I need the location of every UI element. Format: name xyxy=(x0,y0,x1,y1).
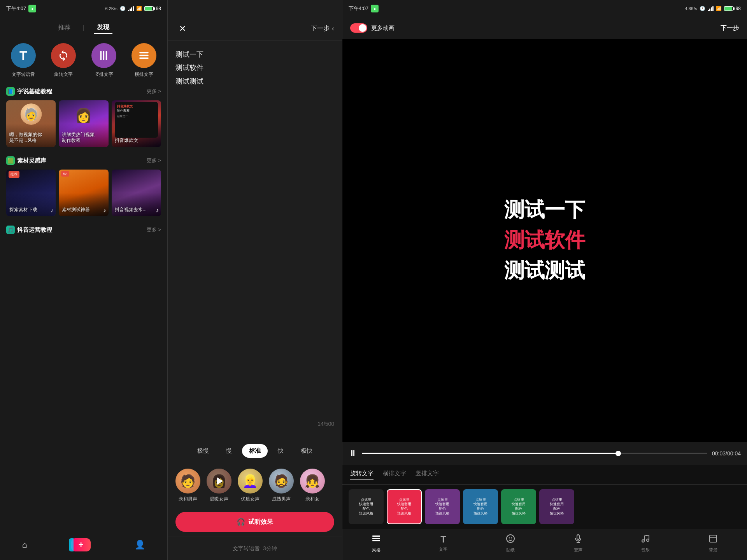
voice-name-2: 温暖女声 xyxy=(210,496,228,502)
svg-point-15 xyxy=(647,539,649,541)
section3-header: 🎵 抖音运营教程 更多 > xyxy=(6,226,161,234)
time-left: 下午4:07 xyxy=(6,5,26,12)
tab-discover[interactable]: 发现 xyxy=(94,22,112,34)
preset-card-2[interactable]: 点这里快速套用配色预设风格 xyxy=(387,489,422,524)
feature-horizontal[interactable]: 横排文字 xyxy=(127,43,161,78)
text-editor-area[interactable]: 测试一下 测试软件 测试测试 14/500 xyxy=(168,40,342,438)
voice-item-3[interactable]: 👱‍♀️ 优质女声 xyxy=(238,469,263,502)
tutorial-card-2-label: 讲解类热门视频制作教程 xyxy=(62,132,95,144)
preset-card-4[interactable]: 点这里快速套用配色预设风格 xyxy=(463,489,498,524)
preview-button[interactable]: 🎧 试听效果 xyxy=(175,512,334,532)
style-tab-rotate[interactable]: 旋转文字 xyxy=(350,470,374,480)
avatar-anime: 👩 xyxy=(72,102,95,129)
voice-change-icon xyxy=(573,534,583,546)
feature-label-rotate: 旋转文字 xyxy=(54,71,73,78)
preset-card-5[interactable]: 点这里快速套用配色预设风格 xyxy=(501,489,536,524)
speed-normal[interactable]: 标准 xyxy=(242,444,268,458)
feature-speech[interactable]: T 文字转语音 xyxy=(6,43,40,78)
voice-avatar-4: 🧔 xyxy=(269,469,294,494)
feature-grid: T 文字转语音 旋转文字 xyxy=(6,43,161,78)
svg-rect-0 xyxy=(100,51,102,60)
preset-card-1[interactable]: 点这里快速套用配色预设风格 xyxy=(349,489,384,524)
status-left: 下午4:07 ● xyxy=(6,5,36,12)
toolbar-sticker[interactable]: 贴纸 xyxy=(506,534,515,553)
voice-item-4[interactable]: 🧔 成熟男声 xyxy=(269,469,294,502)
feature-icon-rotate xyxy=(51,43,76,68)
voice-item-5[interactable]: 👧 亲和女 xyxy=(300,469,325,502)
voice-avatar-5: 👧 xyxy=(300,469,325,494)
nav-tabs: 推荐 | 发现 xyxy=(0,17,167,37)
speed-very-slow[interactable]: 极慢 xyxy=(190,444,216,458)
wifi-icon: 📶 xyxy=(136,6,142,11)
svg-rect-8 xyxy=(372,540,380,541)
right-header: 更多动画 下一步 xyxy=(342,17,747,39)
speed-very-fast[interactable]: 极快 xyxy=(294,444,319,458)
toolbar-voice[interactable]: 变声 xyxy=(573,534,583,553)
tutorial-card-2[interactable]: 👩 讲解类热门视频制作教程 xyxy=(59,100,108,147)
right-next-button[interactable]: 下一步 xyxy=(721,24,739,32)
tutorial-card-3[interactable]: 抖音爆款文 制作教程 起床是什... 抖音爆款文 xyxy=(112,100,161,147)
voice-item-2[interactable]: 👩 温暖女声 xyxy=(207,469,231,502)
voice-name-3: 优质女声 xyxy=(241,496,260,502)
voice-name-1: 亲和男声 xyxy=(179,496,197,502)
preset-card-6[interactable]: 点这里快速套用配色预设风格 xyxy=(539,489,574,524)
nav-plus-button[interactable]: + xyxy=(71,538,91,551)
preview-label: 试听效果 xyxy=(248,518,273,526)
preset-text-2: 点这里快速套用配色预设风格 xyxy=(397,498,411,516)
nav-user[interactable]: 👤 xyxy=(135,540,145,550)
timeline-progress xyxy=(362,453,621,454)
section1-header: 📘 字说基础教程 更多 > xyxy=(6,87,161,96)
feature-icon-vertical xyxy=(91,43,116,68)
time-right: 下午4:07 xyxy=(349,5,368,12)
battery-icon xyxy=(144,6,154,11)
svg-rect-4 xyxy=(140,55,149,56)
section2-more[interactable]: 更多 > xyxy=(147,157,161,164)
battery-pct-left: 98 xyxy=(156,6,161,11)
toolbar-text[interactable]: T 文字 xyxy=(439,534,447,552)
svg-rect-6 xyxy=(372,536,380,537)
section3-more[interactable]: 更多 > xyxy=(147,226,161,233)
next-label: 下一步 xyxy=(311,24,330,33)
right-next-label: 下一步 xyxy=(721,24,739,32)
status-right-right: 4.8K/s 🕐 📶 98 xyxy=(685,6,741,11)
voice-item-1[interactable]: 🧑 亲和男声 xyxy=(175,469,200,502)
material-card-3-label: 抖音视频去水... xyxy=(115,207,147,213)
style-tab-vertical[interactable]: 竖排文字 xyxy=(416,470,439,480)
svg-rect-16 xyxy=(710,535,717,542)
preview-line3: 测试测试 xyxy=(504,257,585,284)
material-card-1-label: 探索素材下载 xyxy=(9,207,37,213)
card-tag-recommend: 推荐 xyxy=(9,171,19,178)
phone-mockup: 抖音爆款文 制作教程 起床是什... xyxy=(115,102,158,138)
timeline-track[interactable] xyxy=(362,453,707,454)
material-card-2[interactable]: 5A 素材测试神器 ♪ xyxy=(59,170,108,216)
material-card-1[interactable]: 推荐 探索素材下载 ♪ xyxy=(6,170,56,216)
preset-text-1: 点这里快速套用配色预设风格 xyxy=(359,498,373,516)
tab-recommend[interactable]: 推荐 xyxy=(55,22,74,33)
close-button[interactable]: ✕ xyxy=(175,22,189,36)
feature-rotate[interactable]: 旋转文字 xyxy=(47,43,81,78)
feature-vertical[interactable]: 竖排文字 xyxy=(87,43,121,78)
nav-home[interactable]: ⌂ xyxy=(22,540,27,550)
bottom-label1: 文字转语音 xyxy=(233,545,260,552)
toggle-switch[interactable] xyxy=(350,23,367,33)
toolbar-style[interactable]: 风格 xyxy=(372,534,381,553)
timeline-time: 00:03/00:04 xyxy=(712,450,741,457)
plus-icon: + xyxy=(79,540,84,550)
speed-fast[interactable]: 快 xyxy=(271,444,291,458)
material-card-3[interactable]: 抖音视频去水... ♪ xyxy=(112,170,161,216)
next-button[interactable]: 下一步 ‹ xyxy=(311,24,334,33)
headphone-icon: 🎧 xyxy=(237,518,245,526)
toolbar-music[interactable]: 音乐 xyxy=(641,534,650,553)
toolbar-bg[interactable]: 背景 xyxy=(708,534,718,553)
bg-label: 背景 xyxy=(709,547,717,553)
pause-button[interactable]: ⏸ xyxy=(349,448,357,458)
svg-rect-7 xyxy=(372,538,380,539)
animation-toggle[interactable]: 更多动画 xyxy=(350,23,395,33)
speed-slow[interactable]: 慢 xyxy=(219,444,239,458)
section1-more[interactable]: 更多 > xyxy=(147,88,161,95)
tutorial-card-1[interactable]: 🧓 嗯，做视频的你是不是...风格 xyxy=(6,100,56,147)
preset-card-3[interactable]: 点这里快速套用配色预设风格 xyxy=(425,489,460,524)
style-tab-horizontal[interactable]: 横排文字 xyxy=(383,470,406,480)
timeline-knob[interactable] xyxy=(615,451,621,456)
status-left-right: 下午4:07 ● xyxy=(349,5,379,12)
